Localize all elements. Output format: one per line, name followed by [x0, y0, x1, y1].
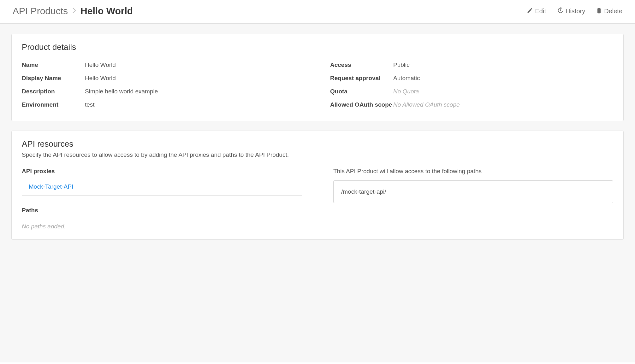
product-details-title: Product details: [22, 42, 613, 52]
chevron-right-icon: [72, 7, 76, 15]
detail-row-quota: Quota No Quota: [330, 85, 613, 98]
api-proxies-label: API proxies: [22, 168, 302, 175]
approval-label: Request approval: [330, 75, 393, 82]
breadcrumb: API Products Hello World: [13, 6, 133, 16]
environment-label: Environment: [22, 101, 85, 108]
name-value: Hello World: [85, 62, 305, 68]
api-resources-title: API resources: [22, 139, 613, 149]
resources-right-column: This API Product will allow access to th…: [333, 168, 613, 230]
name-label: Name: [22, 62, 85, 68]
breadcrumb-root[interactable]: API Products: [13, 6, 68, 16]
details-grid: Name Hello World Display Name Hello Worl…: [22, 58, 613, 111]
header-actions: Edit History Delete: [527, 7, 622, 15]
content-area: Product details Name Hello World Display…: [0, 24, 635, 362]
product-details-panel: Product details Name Hello World Display…: [11, 34, 624, 121]
details-left-column: Name Hello World Display Name Hello Worl…: [22, 58, 305, 111]
access-path-value: /mock-target-api/: [341, 188, 386, 195]
access-value: Public: [393, 62, 613, 68]
display-name-value: Hello World: [85, 75, 305, 82]
edit-label: Edit: [535, 8, 546, 15]
api-resources-subtitle: Specify the API resources to allow acces…: [22, 151, 613, 158]
oauth-value: No Allowed OAuth scope: [393, 101, 613, 108]
edit-button[interactable]: Edit: [527, 7, 546, 15]
resources-left-column: API proxies Mock-Target-API Paths No pat…: [22, 168, 302, 230]
detail-row-display-name: Display Name Hello World: [22, 72, 305, 85]
history-button[interactable]: History: [557, 7, 585, 15]
detail-row-description: Description Simple hello world example: [22, 85, 305, 98]
access-paths-label: This API Product will allow access to th…: [333, 168, 613, 175]
paths-section: Paths No paths added.: [22, 207, 302, 230]
api-resources-panel: API resources Specify the API resources …: [11, 131, 624, 240]
detail-row-environment: Environment test: [22, 98, 305, 111]
page-header: API Products Hello World Edit History De…: [0, 0, 635, 24]
paths-empty-text: No paths added.: [22, 217, 302, 230]
access-paths-box: /mock-target-api/: [333, 180, 613, 203]
resources-columns: API proxies Mock-Target-API Paths No pat…: [22, 168, 613, 230]
proxy-table: Mock-Target-API: [22, 178, 302, 196]
paths-label: Paths: [22, 207, 302, 214]
display-name-label: Display Name: [22, 75, 85, 82]
history-icon: [557, 7, 564, 15]
detail-row-oauth: Allowed OAuth scope No Allowed OAuth sco…: [330, 98, 613, 111]
quota-label: Quota: [330, 88, 393, 95]
oauth-label: Allowed OAuth scope: [330, 101, 393, 108]
access-label: Access: [330, 62, 393, 68]
proxy-link[interactable]: Mock-Target-API: [29, 183, 73, 190]
approval-value: Automatic: [393, 75, 613, 82]
trash-icon: [596, 7, 602, 15]
environment-value: test: [85, 101, 305, 108]
details-right-column: Access Public Request approval Automatic…: [330, 58, 613, 111]
detail-row-approval: Request approval Automatic: [330, 72, 613, 85]
detail-row-name: Name Hello World: [22, 58, 305, 72]
pencil-icon: [527, 7, 533, 15]
history-label: History: [566, 8, 585, 15]
description-value: Simple hello world example: [85, 88, 305, 95]
delete-label: Delete: [604, 8, 622, 15]
delete-button[interactable]: Delete: [596, 7, 622, 15]
proxy-row: Mock-Target-API: [22, 178, 302, 195]
breadcrumb-current: Hello World: [80, 6, 133, 16]
quota-value: No Quota: [393, 88, 613, 95]
detail-row-access: Access Public: [330, 58, 613, 72]
description-label: Description: [22, 88, 85, 95]
